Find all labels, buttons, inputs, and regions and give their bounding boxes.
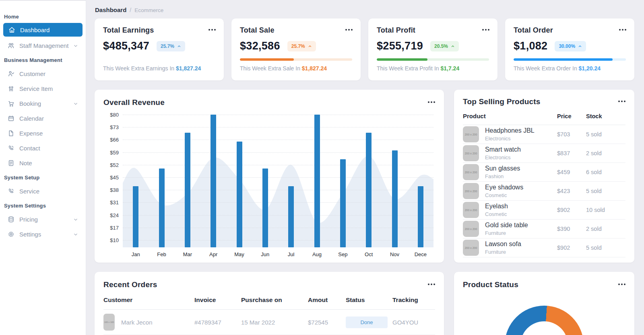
stat-card-change-badge: 20.5%	[430, 41, 459, 51]
breadcrumb-dashboard-link[interactable]: Dashboard	[95, 6, 126, 13]
column-invoice: Invoice	[194, 296, 241, 304]
more-options-button[interactable]	[345, 29, 353, 31]
overall-revenue-chart: $80$73$66$59$52$45$38$31$24$17$10 JanFeb…	[103, 112, 435, 256]
sidebar-item-customer[interactable]: Customer	[0, 66, 86, 81]
order-customer: Mark Jecon	[121, 319, 153, 326]
sidebar-item-contact[interactable]: Contact	[0, 141, 86, 156]
sidebar-item-label: Staff Management	[19, 42, 68, 49]
column-tracking: Tracking	[392, 296, 435, 304]
gridline	[123, 115, 433, 115]
x-axis-tick: Jun	[252, 251, 278, 257]
more-options-button[interactable]	[618, 284, 625, 285]
gridline	[123, 152, 433, 153]
product-thumbnail: 200 x 200	[463, 240, 479, 256]
product-price: $837	[557, 150, 586, 156]
more-options-button[interactable]	[428, 284, 435, 285]
more-options-button[interactable]	[428, 101, 435, 103]
more-options-button[interactable]	[208, 29, 216, 31]
sidebar-item-service-item[interactable]: Service Item	[0, 81, 86, 96]
order-purchase-date: 15 Mar 2022	[241, 319, 308, 326]
stat-progress-track	[377, 58, 489, 61]
chevron-up-icon	[451, 44, 455, 48]
product-price: $390	[557, 226, 586, 232]
chevron-down-icon	[73, 43, 78, 49]
revenue-bar-may	[237, 142, 242, 247]
calendar-icon	[7, 115, 15, 122]
sidebar-item-label: Note	[19, 160, 32, 166]
sidebar-item-staff-management[interactable]: Staff Management	[0, 38, 86, 53]
sidebar-item-label: Calendar	[19, 115, 44, 122]
top-selling-products-card: Top Selling Products Product Price Stock…	[454, 90, 634, 263]
x-axis-tick: Sep	[330, 251, 356, 257]
gridline	[123, 202, 433, 203]
sidebar-item-dashboard[interactable]: Dashboard	[3, 23, 83, 37]
y-axis-tick: $52	[110, 162, 119, 168]
gear-icon	[7, 230, 15, 238]
more-options-button[interactable]	[618, 101, 625, 102]
user-check-icon	[7, 70, 15, 78]
sidebar-item-booking[interactable]: Booking	[0, 96, 86, 111]
product-stock: 10 sold	[586, 207, 625, 213]
product-name: Eyelash	[485, 203, 508, 210]
order-status-badge: Done	[346, 317, 388, 328]
chart-plot-area: JanFebMarAprMayJunJulAugSepOctNovDece	[123, 115, 433, 247]
column-status: Status	[346, 296, 392, 304]
sidebar-item-calendar[interactable]: Calendar	[0, 111, 86, 126]
more-options-button[interactable]	[619, 29, 626, 31]
product-status-donut-chart	[505, 306, 584, 335]
y-axis-tick: $17	[110, 224, 119, 230]
product-row: 200 x 200 Headphones JBL Electronics $70…	[463, 125, 625, 144]
home-icon	[8, 26, 16, 34]
product-thumbnail: 200 x 200	[463, 183, 479, 199]
chevron-up-icon	[177, 44, 181, 48]
stat-card-title: Total Order	[514, 26, 626, 35]
cart-icon	[7, 100, 15, 107]
product-name: Sun glasses	[485, 165, 520, 172]
x-axis-tick: Mar	[175, 251, 200, 257]
sidebar-item-label: Service Item	[19, 85, 53, 92]
revenue-bar-jul	[288, 186, 294, 247]
stat-card-title: Total Profit	[377, 26, 489, 35]
sidebar-item-expense[interactable]: Expense	[0, 126, 86, 141]
product-category: Furniture	[485, 249, 521, 255]
x-axis-tick: Apr	[200, 251, 226, 257]
revenue-bar-nov	[392, 150, 398, 247]
stat-card-value: $1,082	[514, 40, 547, 52]
order-thumbnail: 100 x 100	[103, 314, 115, 331]
note-icon	[7, 159, 15, 167]
product-category: Electronics	[485, 136, 535, 142]
recent-orders-title: Recent Orders	[103, 280, 435, 289]
stat-progress-fill	[514, 58, 613, 61]
stat-progress-fill	[377, 58, 427, 61]
sidebar-item-settings[interactable]: Settings	[0, 227, 86, 242]
stat-card-title: Total Earnings	[103, 26, 215, 35]
stat-card-footer: This Week Extra Profit In $1,7.24	[377, 65, 489, 72]
sidebar-item-label: Booking	[19, 100, 41, 107]
order-invoice: #4789347	[194, 319, 241, 326]
stat-card-change-badge: 25.7%	[287, 41, 316, 51]
gridline	[123, 140, 433, 140]
total-profit-card: Total Profit $255,719 20.5% This Week Ex…	[368, 18, 497, 80]
total-earnings-card: Total Earnings $485,347 25.7% This Week …	[95, 18, 224, 80]
product-stock: 2 sold	[586, 150, 625, 156]
product-category: Furniture	[485, 230, 528, 236]
revenue-bar-sep	[340, 159, 346, 247]
more-options-button[interactable]	[482, 29, 489, 31]
sidebar-item-label: Customer	[19, 70, 45, 77]
stat-cards-row: Total Earnings $485,347 25.7% This Week …	[95, 18, 634, 80]
sidebar-item-note[interactable]: Note	[0, 156, 86, 171]
column-product: Product	[463, 113, 557, 119]
product-row: 200 x 200 Eyelash Cosmetic $902 10 sold	[463, 201, 625, 220]
x-axis-tick: Dece	[408, 251, 433, 257]
chart-y-axis: $80$73$66$59$52$45$38$31$24$17$10	[103, 115, 119, 240]
sidebar-item-service[interactable]: Service	[0, 184, 86, 199]
column-customer: Customer	[103, 296, 194, 304]
x-axis-tick: Aug	[304, 251, 330, 257]
product-category: Electronics	[485, 154, 521, 160]
sidebar-item-label: Dashboard	[20, 27, 50, 33]
sidebar-item-pricing[interactable]: Pricing	[0, 212, 86, 227]
product-stock: 5 sold	[586, 245, 625, 251]
x-axis-tick: Nov	[382, 251, 408, 257]
gridline	[123, 190, 433, 190]
users-icon	[7, 42, 15, 49]
